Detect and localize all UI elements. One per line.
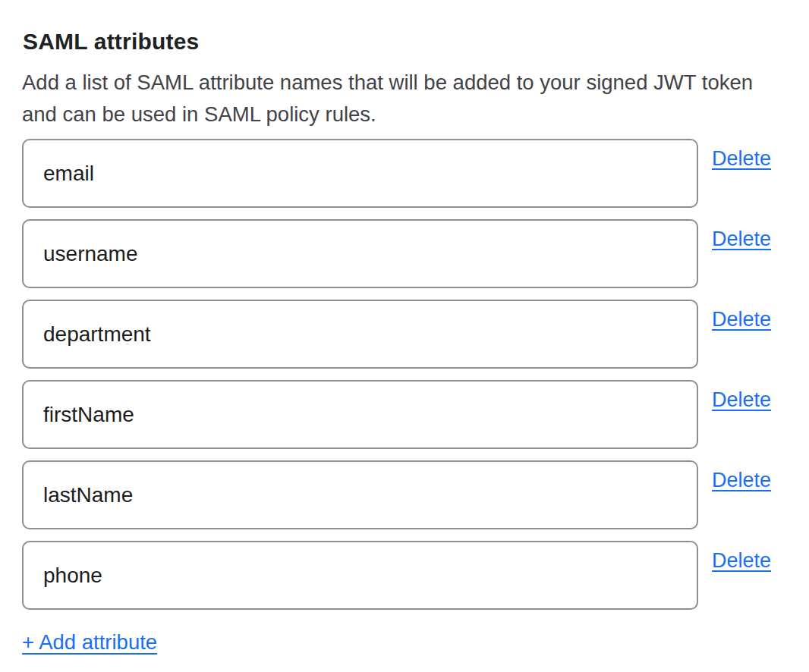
attribute-input-phone[interactable]: [22, 541, 698, 610]
delete-attribute-link[interactable]: Delete: [712, 146, 771, 171]
attribute-row: Delete: [22, 460, 809, 529]
delete-attribute-link[interactable]: Delete: [712, 307, 771, 331]
add-attribute-link[interactable]: + Add attribute: [22, 630, 157, 655]
attribute-row: Delete: [22, 300, 809, 369]
saml-attributes-section: SAML attributes Add a list of SAML attri…: [0, 0, 809, 655]
delete-attribute-link[interactable]: Delete: [712, 548, 771, 573]
section-description: Add a list of SAML attribute names that …: [22, 67, 785, 130]
attribute-input-lastname[interactable]: [22, 460, 698, 529]
attribute-input-username[interactable]: [22, 219, 698, 288]
delete-attribute-link[interactable]: Delete: [712, 388, 771, 412]
attribute-row: Delete: [22, 380, 809, 449]
attribute-row: Delete: [22, 139, 809, 208]
attribute-row: Delete: [22, 219, 809, 288]
delete-attribute-link[interactable]: Delete: [712, 468, 771, 492]
attribute-row: Delete: [22, 541, 809, 610]
attribute-input-firstname[interactable]: [22, 380, 698, 449]
delete-attribute-link[interactable]: Delete: [712, 227, 771, 251]
attribute-input-email[interactable]: [22, 139, 698, 208]
section-title: SAML attributes: [23, 27, 809, 56]
attribute-input-department[interactable]: [22, 300, 698, 369]
